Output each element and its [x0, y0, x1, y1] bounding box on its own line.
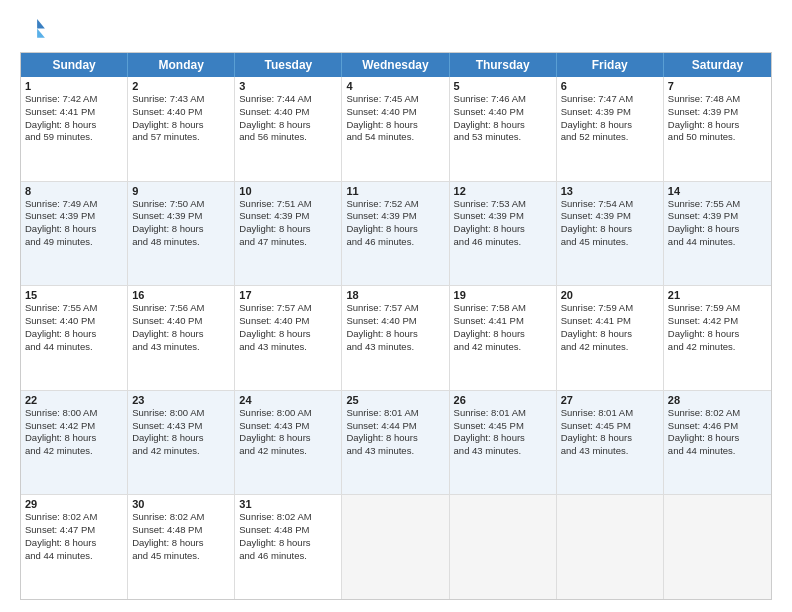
day-cell-4: 4Sunrise: 7:45 AMSunset: 4:40 PMDaylight… — [342, 77, 449, 181]
day-number: 8 — [25, 185, 123, 197]
cell-line: Daylight: 8 hours — [454, 119, 552, 132]
cell-line: Sunrise: 7:47 AM — [561, 93, 659, 106]
cell-line: Sunrise: 8:02 AM — [132, 511, 230, 524]
cell-line: Daylight: 8 hours — [346, 223, 444, 236]
cell-line: and 57 minutes. — [132, 131, 230, 144]
cell-line: and 43 minutes. — [561, 445, 659, 458]
cell-line: Sunset: 4:40 PM — [346, 315, 444, 328]
cell-line: Sunrise: 8:02 AM — [668, 407, 767, 420]
cell-line: Sunset: 4:39 PM — [239, 210, 337, 223]
cell-line: and 48 minutes. — [132, 236, 230, 249]
cell-line: Sunset: 4:40 PM — [239, 315, 337, 328]
cell-line: Sunset: 4:45 PM — [561, 420, 659, 433]
day-number: 30 — [132, 498, 230, 510]
cell-line: and 44 minutes. — [25, 550, 123, 563]
cell-line: Sunset: 4:42 PM — [668, 315, 767, 328]
day-number: 29 — [25, 498, 123, 510]
day-number: 10 — [239, 185, 337, 197]
cell-line: Sunrise: 8:02 AM — [25, 511, 123, 524]
cell-line: Sunset: 4:39 PM — [346, 210, 444, 223]
day-number: 12 — [454, 185, 552, 197]
cell-line: Sunrise: 7:57 AM — [239, 302, 337, 315]
svg-marker-0 — [37, 19, 45, 28]
cell-line: Sunset: 4:48 PM — [239, 524, 337, 537]
cell-line: Daylight: 8 hours — [132, 432, 230, 445]
cell-line: Daylight: 8 hours — [25, 328, 123, 341]
day-number: 28 — [668, 394, 767, 406]
day-cell-3: 3Sunrise: 7:44 AMSunset: 4:40 PMDaylight… — [235, 77, 342, 181]
day-number: 25 — [346, 394, 444, 406]
cell-line: and 45 minutes. — [561, 236, 659, 249]
day-cell-31: 31Sunrise: 8:02 AMSunset: 4:48 PMDayligh… — [235, 495, 342, 599]
cell-line: Sunset: 4:48 PM — [132, 524, 230, 537]
cell-line: Daylight: 8 hours — [561, 328, 659, 341]
cell-line: Sunset: 4:43 PM — [132, 420, 230, 433]
cell-line: Sunrise: 7:59 AM — [668, 302, 767, 315]
cell-line: Daylight: 8 hours — [239, 432, 337, 445]
day-cell-19: 19Sunrise: 7:58 AMSunset: 4:41 PMDayligh… — [450, 286, 557, 390]
cell-line: Sunrise: 7:58 AM — [454, 302, 552, 315]
day-cell-17: 17Sunrise: 7:57 AMSunset: 4:40 PMDayligh… — [235, 286, 342, 390]
header-day-saturday: Saturday — [664, 53, 771, 77]
calendar-row-2: 15Sunrise: 7:55 AMSunset: 4:40 PMDayligh… — [21, 285, 771, 390]
cell-line: Sunset: 4:41 PM — [561, 315, 659, 328]
cell-line: Sunrise: 8:00 AM — [239, 407, 337, 420]
cell-line: Sunset: 4:39 PM — [132, 210, 230, 223]
cell-line: Sunset: 4:41 PM — [25, 106, 123, 119]
cell-line: Sunrise: 7:52 AM — [346, 198, 444, 211]
day-cell-6: 6Sunrise: 7:47 AMSunset: 4:39 PMDaylight… — [557, 77, 664, 181]
cell-line: and 42 minutes. — [239, 445, 337, 458]
cell-line: Sunrise: 8:01 AM — [346, 407, 444, 420]
day-number: 26 — [454, 394, 552, 406]
day-number: 31 — [239, 498, 337, 510]
cell-line: and 43 minutes. — [346, 445, 444, 458]
cell-line: and 53 minutes. — [454, 131, 552, 144]
day-cell-30: 30Sunrise: 8:02 AMSunset: 4:48 PMDayligh… — [128, 495, 235, 599]
cell-line: Daylight: 8 hours — [668, 119, 767, 132]
day-cell-8: 8Sunrise: 7:49 AMSunset: 4:39 PMDaylight… — [21, 182, 128, 286]
day-cell-12: 12Sunrise: 7:53 AMSunset: 4:39 PMDayligh… — [450, 182, 557, 286]
day-number: 5 — [454, 80, 552, 92]
cell-line: Daylight: 8 hours — [561, 119, 659, 132]
cell-line: Sunset: 4:39 PM — [561, 210, 659, 223]
cell-line: Sunrise: 8:01 AM — [454, 407, 552, 420]
cell-line: and 44 minutes. — [668, 445, 767, 458]
day-number: 15 — [25, 289, 123, 301]
empty-cell — [557, 495, 664, 599]
empty-cell — [664, 495, 771, 599]
cell-line: Sunrise: 7:51 AM — [239, 198, 337, 211]
cell-line: Sunrise: 8:00 AM — [25, 407, 123, 420]
cell-line: and 59 minutes. — [25, 131, 123, 144]
calendar-row-0: 1Sunrise: 7:42 AMSunset: 4:41 PMDaylight… — [21, 77, 771, 181]
cell-line: and 44 minutes. — [668, 236, 767, 249]
cell-line: Daylight: 8 hours — [346, 432, 444, 445]
cell-line: Sunrise: 7:59 AM — [561, 302, 659, 315]
cell-line: Sunset: 4:40 PM — [239, 106, 337, 119]
cell-line: Daylight: 8 hours — [132, 537, 230, 550]
logo — [20, 16, 52, 44]
cell-line: Sunrise: 7:50 AM — [132, 198, 230, 211]
cell-line: Daylight: 8 hours — [668, 432, 767, 445]
cell-line: Daylight: 8 hours — [668, 223, 767, 236]
calendar: SundayMondayTuesdayWednesdayThursdayFrid… — [20, 52, 772, 600]
day-cell-21: 21Sunrise: 7:59 AMSunset: 4:42 PMDayligh… — [664, 286, 771, 390]
day-cell-28: 28Sunrise: 8:02 AMSunset: 4:46 PMDayligh… — [664, 391, 771, 495]
cell-line: and 42 minutes. — [132, 445, 230, 458]
cell-line: Sunset: 4:45 PM — [454, 420, 552, 433]
empty-cell — [450, 495, 557, 599]
day-cell-16: 16Sunrise: 7:56 AMSunset: 4:40 PMDayligh… — [128, 286, 235, 390]
cell-line: Daylight: 8 hours — [132, 119, 230, 132]
cell-line: Sunset: 4:46 PM — [668, 420, 767, 433]
cell-line: Daylight: 8 hours — [25, 537, 123, 550]
cell-line: Sunrise: 7:43 AM — [132, 93, 230, 106]
calendar-row-1: 8Sunrise: 7:49 AMSunset: 4:39 PMDaylight… — [21, 181, 771, 286]
calendar-header: SundayMondayTuesdayWednesdayThursdayFrid… — [21, 53, 771, 77]
day-number: 13 — [561, 185, 659, 197]
cell-line: and 50 minutes. — [668, 131, 767, 144]
cell-line: and 43 minutes. — [239, 341, 337, 354]
day-cell-27: 27Sunrise: 8:01 AMSunset: 4:45 PMDayligh… — [557, 391, 664, 495]
cell-line: and 52 minutes. — [561, 131, 659, 144]
cell-line: Daylight: 8 hours — [25, 119, 123, 132]
cell-line: and 42 minutes. — [561, 341, 659, 354]
cell-line: Sunrise: 8:02 AM — [239, 511, 337, 524]
